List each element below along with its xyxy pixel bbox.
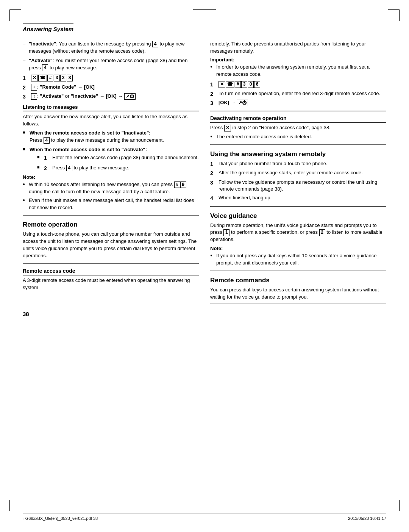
divider-7	[210, 304, 386, 304]
key-x2: ✕	[219, 81, 225, 88]
using-step-num-4: 4	[210, 194, 216, 202]
key-4: 4	[152, 41, 158, 48]
important-list: In order to operate the answering system…	[210, 64, 386, 78]
dash-item-inactivate: "Inactivate": You can listen to the mess…	[23, 41, 199, 55]
key-x3: ✕	[224, 125, 231, 131]
dash-term-activate: "Activate"	[29, 58, 53, 63]
voice-notes: If you do not press any dial keys within…	[210, 252, 386, 267]
corner-mark-br	[388, 500, 400, 511]
using-step-num-3: 3	[210, 179, 216, 193]
step-1-content: ✕☎#338	[31, 74, 73, 82]
corner-mark-tl	[9, 9, 21, 21]
activate-step-1-text: Enter the remote access code (page 38) d…	[52, 154, 199, 162]
step-3-right: 3 [OK] → ↗⏻	[210, 99, 386, 107]
col-right: remotely. This code prevents unauthorise…	[210, 41, 386, 307]
step-3-left: 3 ↕: "Activate" or "Inactivate" → [OK] →…	[23, 93, 199, 100]
step-num-2: 2	[23, 84, 29, 91]
using-step-num-2: 2	[210, 169, 216, 177]
deactivating-list: The entered remote access code is delete…	[210, 133, 386, 141]
key-4d: 4	[66, 165, 72, 172]
key-1-voice: 1	[223, 229, 229, 236]
divider-6	[210, 271, 386, 271]
using-heading: Using the answering system remotely	[210, 150, 386, 158]
remote-commands-heading: Remote commands	[210, 277, 386, 284]
important-item: In order to operate the answering system…	[210, 64, 386, 78]
note-label-right: Note:	[210, 246, 386, 251]
using-step-1-text: Dial your phone number from a touch-tone…	[219, 160, 328, 168]
step-num-3: 3	[23, 93, 29, 100]
using-step-4: 4 When finished, hang up.	[210, 194, 386, 202]
top-steps-right: 1 ✕☎#306 2 To turn on remote operation, …	[210, 81, 386, 107]
note-2: Even if the unit makes a new message ale…	[23, 197, 199, 211]
remote-commands-text: You can press dial keys to access certai…	[210, 286, 386, 301]
corner-mark-tr	[388, 9, 400, 21]
divider-1	[23, 215, 199, 216]
key-6a: 6	[254, 81, 260, 88]
remote-operation-heading: Remote operation	[23, 221, 199, 228]
step-3-content: ↕: "Activate" or "Inactivate" → [OK] → ↗…	[31, 93, 136, 100]
step-1-right: 1 ✕☎#306	[210, 81, 386, 88]
key-phone2: ☎	[226, 81, 234, 88]
right-step-num-2: 2	[210, 90, 216, 98]
right-step-1-content: ✕☎#306	[219, 81, 260, 88]
page-number: 38	[23, 311, 386, 317]
activate-step-2: 2 Press 4 to play the new message.	[37, 164, 199, 172]
note-1: Within 10 seconds after listening to new…	[23, 181, 199, 196]
dash-list: "Inactivate": You can listen to the mess…	[23, 41, 199, 71]
notes-list: Within 10 seconds after listening to new…	[23, 181, 199, 211]
divider-5	[210, 206, 386, 207]
page: Answering System "Inactivate": You can l…	[0, 0, 409, 532]
using-step-1: 1 Dial your phone number from a touch-to…	[210, 160, 386, 168]
dash-term-inactivate: "Inactivate"	[29, 41, 56, 47]
divider-2	[23, 263, 199, 264]
divider-3	[210, 111, 386, 111]
using-step-2-text: After the greeting message starts, enter…	[219, 169, 363, 177]
key-hash2: #	[235, 81, 241, 88]
right-step-3-content: [OK] → ↗⏻	[219, 99, 248, 107]
note-label-left: Note:	[23, 174, 199, 180]
key-3b: 3	[60, 75, 66, 81]
inactivate-desc: Press 4 to play the new message during t…	[30, 137, 164, 143]
key-updown2: ↕	[31, 93, 37, 100]
page-title: Answering System	[23, 23, 73, 32]
activate-step-2-text: Press 4 to play the new message.	[52, 164, 130, 172]
right-intro: remotely. This code prevents unauthorise…	[210, 41, 386, 55]
activate-step-1: 1 Enter the remote access code (page 38)…	[37, 154, 199, 162]
listening-heading: Listening to messages	[23, 104, 199, 111]
key-8a: 8	[67, 75, 73, 81]
key-3a: 3	[54, 75, 60, 81]
when-inactivate: When the remote access code is set to "I…	[30, 130, 150, 136]
key-0a: 0	[248, 81, 254, 88]
using-steps: 1 Dial your phone number from a touch-to…	[210, 160, 386, 202]
right-step-2-text: To turn on remote operation, enter the d…	[219, 90, 380, 98]
voice-note: If you do not press any dial keys within…	[210, 252, 386, 267]
square-item-inactivate: When the remote access code is set to "I…	[23, 130, 199, 144]
key-x1: ✕	[31, 75, 38, 81]
col-left: "Inactivate": You can listen to the mess…	[23, 41, 199, 307]
dash-item-activate: "Activate": You must enter your remote a…	[23, 57, 199, 72]
step-num-1: 1	[23, 74, 29, 82]
square-list: When the remote access code is set to "I…	[23, 130, 199, 172]
using-step-num-1: 1	[210, 160, 216, 168]
important-label: Important:	[210, 57, 386, 63]
corner-mark-bl	[9, 500, 21, 511]
footer: TG68xxBX_UE(en)_0523_ver021.pdf 38 2013/…	[23, 513, 386, 521]
right-step-num-3: 3	[210, 99, 216, 107]
activate-sub-steps: 1 Enter the remote access code (page 38)…	[30, 154, 199, 172]
remote-operation-intro: Using a touch-tone phone, you can call y…	[23, 231, 199, 259]
using-step-3-text: Follow the voice guidance prompts as nec…	[219, 179, 386, 193]
key-off1: ↗⏻	[124, 93, 136, 100]
key-hash1: #	[47, 75, 53, 81]
activate-step-num-1: 1	[44, 154, 50, 162]
step-1-left: 1 ✕☎#338	[23, 74, 199, 82]
step-2-content: ↕: "Remote Code" → [OK]	[31, 84, 95, 91]
divider-4	[210, 144, 386, 145]
using-step-2: 2 After the greeting message starts, ent…	[210, 169, 386, 177]
voice-heading: Voice guidance	[210, 212, 386, 220]
voice-text: During remote operation, the unit's voic…	[210, 222, 386, 244]
key-hash-note: #	[174, 182, 180, 188]
deactivating-text: Press ✕ in step 2 on "Remote access code…	[210, 124, 386, 131]
footer-date: 2013/05/23 16:41:17	[348, 516, 386, 521]
key-updown: ↕	[31, 84, 37, 91]
activate-step-num-2: 2	[44, 164, 50, 172]
